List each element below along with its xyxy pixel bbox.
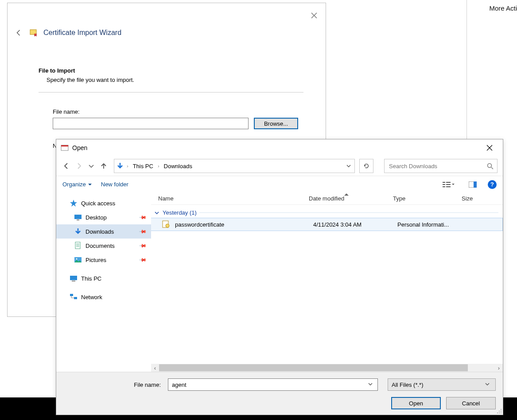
new-folder-button[interactable]: New folder [101, 181, 128, 188]
section-heading: File to Import [39, 67, 303, 74]
pin-icon: 📌 [138, 241, 147, 250]
column-date-modified[interactable]: Date modified [309, 195, 393, 202]
document-icon [74, 242, 82, 250]
address-bar[interactable]: › This PC › Downloads [114, 159, 355, 173]
resize-grip-icon[interactable] [497, 408, 502, 414]
recent-dropdown-icon[interactable] [86, 161, 96, 171]
chevron-down-icon[interactable] [485, 381, 492, 388]
svg-point-22 [166, 224, 169, 227]
svg-point-23 [501, 409, 501, 410]
more-actions-link[interactable]: More Acti [489, 3, 517, 14]
scrollbar-thumb[interactable] [159, 364, 468, 371]
svg-rect-7 [446, 182, 451, 183]
browse-button[interactable]: Browse... [254, 118, 298, 129]
nav-up-icon[interactable] [99, 161, 109, 171]
svg-rect-2 [61, 145, 68, 146]
horizontal-scrollbar[interactable]: ‹ › [151, 364, 503, 372]
pin-icon: 📌 [138, 227, 147, 235]
column-name[interactable]: Name [158, 195, 309, 202]
nav-label: Documents [86, 243, 115, 249]
pin-icon: 📌 [138, 213, 147, 221]
star-icon [70, 199, 78, 207]
certificate-icon [29, 28, 38, 37]
close-icon[interactable] [311, 12, 318, 19]
network-icon [70, 293, 78, 301]
column-headers[interactable]: Name Date modified Type Size [151, 193, 503, 205]
search-field[interactable] [388, 162, 486, 170]
nav-desktop[interactable]: Desktop 📌 [56, 210, 151, 224]
dialog-title: Open [72, 144, 481, 151]
file-row[interactable]: passwordcertificate 4/11/2024 3:04 AM Pe… [151, 218, 503, 231]
file-type-filter[interactable]: All Files (*.*) [388, 378, 496, 391]
svg-point-28 [501, 412, 501, 413]
nav-network[interactable]: Network [56, 290, 151, 304]
search-input[interactable] [384, 159, 498, 173]
svg-point-16 [76, 258, 78, 260]
pictures-icon [74, 256, 82, 264]
certificate-file-icon [162, 220, 171, 229]
file-name: passwordcertificate [175, 221, 313, 228]
svg-rect-6 [443, 186, 445, 187]
svg-point-26 [497, 412, 498, 413]
svg-rect-11 [474, 181, 477, 188]
nav-label: Downloads [86, 228, 114, 235]
svg-rect-5 [443, 184, 445, 185]
svg-point-24 [499, 411, 500, 412]
filename-combo[interactable] [168, 378, 378, 391]
filename-label: File name: [53, 108, 303, 115]
divider [39, 92, 303, 92]
svg-point-3 [488, 164, 492, 168]
scroll-left-icon[interactable]: ‹ [151, 364, 159, 372]
address-dropdown-icon[interactable] [345, 163, 353, 169]
preview-pane-button[interactable] [466, 179, 479, 190]
nav-pictures[interactable]: Pictures 📌 [56, 253, 151, 267]
nav-label: Pictures [86, 257, 106, 263]
nav-back-icon[interactable] [62, 161, 71, 171]
svg-rect-8 [446, 184, 451, 185]
file-date: 4/11/2024 3:04 AM [313, 221, 397, 228]
svg-rect-18 [72, 281, 75, 281]
column-size[interactable]: Size [462, 195, 503, 202]
section-subtitle: Specify the file you want to import. [47, 77, 303, 83]
group-header[interactable]: Yesterday (1) [151, 205, 503, 218]
svg-rect-13 [77, 220, 79, 220]
view-options-button[interactable] [440, 179, 458, 190]
chevron-right-icon[interactable]: › [126, 163, 129, 169]
navigation-pane: Quick access Desktop 📌 Downloads 📌 Docum… [56, 193, 151, 372]
wizard-title: Certificate Import Wizard [43, 29, 121, 37]
column-type[interactable]: Type [393, 195, 462, 202]
back-arrow-icon[interactable] [14, 28, 24, 38]
nav-label: This PC [81, 275, 101, 282]
download-arrow-icon [74, 227, 82, 235]
close-icon[interactable] [481, 142, 498, 154]
group-divider [199, 212, 498, 213]
nav-this-pc[interactable]: This PC [56, 271, 151, 285]
desktop-icon [74, 213, 82, 221]
help-icon[interactable]: ? [488, 180, 497, 189]
open-button[interactable]: Open [391, 397, 441, 409]
svg-rect-4 [443, 182, 445, 183]
filename-label: File name: [63, 381, 163, 388]
filename-input[interactable] [171, 381, 368, 389]
filename-input[interactable] [53, 118, 249, 129]
organize-button[interactable]: Organize [62, 181, 92, 188]
open-file-dialog: Open › This PC › Downloads Organ [56, 139, 503, 415]
svg-rect-19 [70, 294, 73, 296]
scroll-right-icon[interactable]: › [495, 364, 503, 372]
dialog-icon [61, 144, 69, 152]
chevron-right-icon[interactable]: › [157, 163, 160, 169]
svg-rect-12 [74, 215, 82, 219]
nav-forward-icon [74, 161, 84, 171]
svg-rect-17 [70, 276, 77, 280]
svg-rect-9 [446, 186, 451, 187]
cancel-button[interactable]: Cancel [446, 397, 496, 409]
nav-quick-access[interactable]: Quick access [56, 196, 151, 210]
chevron-down-icon [88, 182, 92, 187]
breadcrumb-downloads[interactable]: Downloads [162, 163, 194, 170]
refresh-icon[interactable] [359, 159, 373, 173]
breadcrumb-this-pc[interactable]: This PC [131, 163, 155, 170]
chevron-down-icon [154, 210, 160, 216]
chevron-down-icon[interactable] [368, 381, 375, 388]
nav-downloads[interactable]: Downloads 📌 [56, 224, 151, 239]
nav-documents[interactable]: Documents 📌 [56, 239, 151, 253]
